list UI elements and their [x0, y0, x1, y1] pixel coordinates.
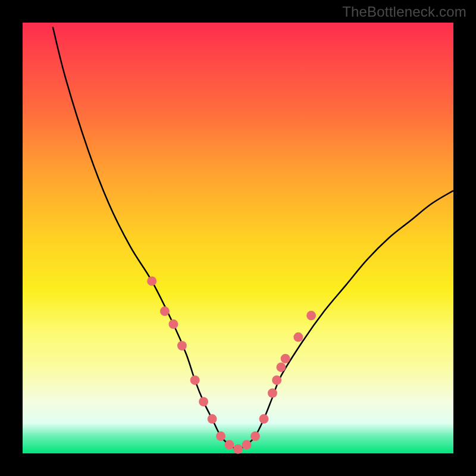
chart-frame: TheBottleneck.com — [0, 0, 476, 476]
marker-dot — [250, 431, 260, 441]
marker-dot — [216, 431, 226, 441]
marker-dot — [293, 333, 303, 342]
marker-dot — [272, 375, 281, 385]
marker-dot — [208, 414, 217, 424]
marker-dot — [276, 362, 286, 372]
bottleneck-curve — [53, 27, 453, 449]
marker-dot — [259, 414, 268, 424]
marker-dot — [190, 375, 200, 385]
marker-dot — [306, 311, 316, 320]
curve-layer — [53, 27, 453, 449]
marker-dot — [281, 354, 290, 364]
marker-dot — [147, 276, 156, 286]
marker-dot — [160, 306, 170, 316]
chart-svg — [23, 23, 453, 453]
marker-dot — [177, 341, 187, 350]
marker-dot — [233, 444, 243, 454]
attribution-label: TheBottleneck.com — [342, 4, 466, 20]
marker-dot — [199, 397, 208, 406]
marker-dot — [242, 440, 252, 450]
markers-layer — [147, 276, 316, 453]
marker-dot — [268, 389, 277, 398]
marker-dot — [168, 320, 178, 329]
marker-dot — [225, 440, 234, 450]
plot-area — [23, 23, 453, 453]
